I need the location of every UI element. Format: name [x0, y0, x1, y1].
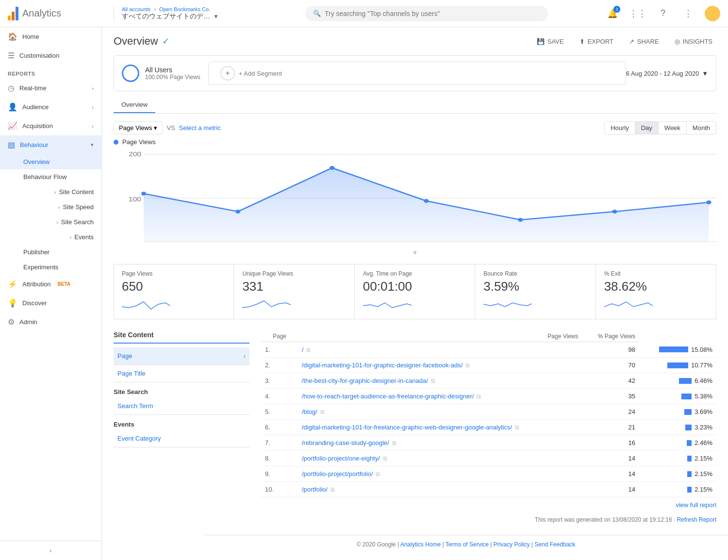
- refresh-report-link[interactable]: Refresh Report: [677, 516, 716, 523]
- row-pct: 2.15%: [639, 466, 716, 482]
- sidebar-item-home[interactable]: 🏠 Home: [0, 27, 101, 46]
- copy-icon[interactable]: ⧉: [515, 424, 519, 431]
- chart-collapse-handle[interactable]: ▼: [412, 249, 418, 256]
- breadcrumb-child[interactable]: Open Bookmarks Co.: [159, 6, 210, 12]
- copy-icon[interactable]: ⧉: [383, 455, 387, 462]
- stat-unique-page-views: Unique Page Views 331: [234, 264, 354, 319]
- date-range-selector[interactable]: 6 Aug 2020 - 12 Aug 2020 ▼: [626, 70, 708, 77]
- row-page[interactable]: /portfolio-project/portfolio/⧉: [298, 466, 582, 482]
- panel-row-event-category[interactable]: Event Category: [114, 430, 249, 447]
- property-dropdown-arrow[interactable]: ▼: [213, 13, 219, 20]
- attribution-icon: ⚡: [8, 280, 17, 289]
- report-footer-text: This report was generated on 13/08/2020 …: [535, 516, 677, 523]
- sidebar-item-admin[interactable]: ⚙ Admin: [0, 313, 101, 331]
- insights-button[interactable]: ◎ INSIGHTS: [671, 36, 716, 47]
- sidebar-item-audience[interactable]: 👤 Audience ›: [0, 98, 101, 116]
- view-full-report-link[interactable]: view full report: [261, 497, 716, 512]
- panel-page-title-label: Page Title: [117, 370, 146, 377]
- footer-analytics-home[interactable]: Analytics Home: [400, 541, 441, 548]
- metric-selector-button[interactable]: Page Views ▾: [114, 121, 163, 134]
- tab-overview[interactable]: Overview: [114, 97, 155, 113]
- copy-icon[interactable]: ⧉: [376, 471, 380, 478]
- row-page[interactable]: /digital-marketing-101-for-freelance-gra…: [298, 420, 582, 435]
- time-day-button[interactable]: Day: [635, 121, 659, 134]
- admin-icon: ⚙: [8, 317, 15, 327]
- sidebar-item-experiments[interactable]: Experiments: [0, 260, 101, 275]
- table-row: 9./portfolio-project/portfolio/⧉142.15%: [261, 466, 716, 482]
- sidebar-item-realtime[interactable]: ◷ Real-time ›: [0, 79, 101, 98]
- export-button[interactable]: ⬆ EXPORT: [576, 36, 617, 47]
- row-views: 24: [582, 404, 639, 420]
- time-month-button[interactable]: Month: [687, 121, 716, 134]
- panel-page-arrow: ›: [244, 353, 246, 360]
- row-page[interactable]: /portfolio/⧉: [298, 482, 582, 497]
- sidebar-item-site-content[interactable]: › Site Content: [0, 184, 101, 199]
- footer-feedback[interactable]: Send Feedback: [534, 541, 575, 548]
- add-segment-button[interactable]: + + Add Segment: [208, 62, 626, 85]
- sidebar-item-behaviour-flow[interactable]: Behaviour Flow: [0, 169, 101, 184]
- sidebar-collapse-button[interactable]: ‹: [0, 541, 101, 560]
- copy-icon[interactable]: ⧉: [431, 378, 435, 384]
- row-page[interactable]: /the-best-city-for-graphic-designer-in-c…: [298, 373, 582, 389]
- share-label: SHARE: [637, 38, 659, 45]
- sidebar-item-site-speed[interactable]: › Site Speed: [0, 199, 101, 214]
- chart-area: 200 100: [114, 149, 716, 256]
- share-button[interactable]: ↗ SHARE: [625, 36, 663, 47]
- search-input[interactable]: [325, 10, 540, 17]
- site-content-expand-icon: ›: [54, 189, 56, 195]
- sidebar-item-behaviour[interactable]: ▤ Behaviour ▾: [0, 135, 101, 154]
- metric-name: Page Views: [119, 124, 152, 132]
- sidebar-item-publisher[interactable]: Publisher: [0, 245, 101, 260]
- footer-terms[interactable]: Terms of Service: [446, 541, 489, 548]
- row-page[interactable]: /⧉: [298, 342, 582, 358]
- row-views: 14: [582, 451, 639, 466]
- avatar[interactable]: [705, 6, 720, 21]
- copy-icon[interactable]: ⧉: [465, 362, 470, 369]
- time-week-button[interactable]: Week: [659, 121, 687, 134]
- sidebar-item-attribution[interactable]: ⚡ Attribution BETA: [0, 275, 101, 294]
- panel-row-page-title[interactable]: Page Title: [114, 365, 249, 382]
- copy-icon[interactable]: ⧉: [477, 393, 481, 400]
- behaviour-icon: ▤: [8, 140, 15, 149]
- save-button[interactable]: 💾 SAVE: [533, 36, 568, 47]
- panel-row-search-term[interactable]: Search Term: [114, 397, 249, 415]
- segment-info: All Users 100.00% Page Views: [145, 66, 200, 81]
- sidebar-item-site-search[interactable]: › Site Search: [0, 214, 101, 230]
- left-panel: Site Content Page › Page Title Site Sear…: [114, 331, 249, 527]
- stat-label-3: Bounce Rate: [483, 270, 587, 277]
- svg-point-6: [141, 192, 146, 196]
- add-segment-circle-icon: +: [220, 66, 235, 81]
- copy-icon[interactable]: ⧉: [331, 486, 335, 493]
- sidebar-item-discover[interactable]: 💡 Discover: [0, 294, 101, 313]
- breadcrumb-parent[interactable]: All accounts: [122, 6, 150, 12]
- footer-privacy[interactable]: Privacy Policy: [494, 541, 530, 548]
- row-views: 70: [582, 358, 639, 373]
- copy-icon[interactable]: ⧉: [306, 346, 311, 353]
- sidebar-item-overview[interactable]: Overview: [0, 154, 101, 169]
- notification-button[interactable]: 🔔 3: [604, 5, 621, 22]
- copy-icon[interactable]: ⧉: [320, 409, 325, 415]
- row-page[interactable]: /rebranding-case-study-google/⧉: [298, 435, 582, 451]
- col-page-views: Page Views: [298, 331, 582, 342]
- row-page[interactable]: /blog/⧉: [298, 404, 582, 420]
- breadcrumb-area: All accounts › Open Bookmarks Co. すべてのウェ…: [114, 6, 249, 21]
- time-hourly-button[interactable]: Hourly: [604, 121, 635, 134]
- behaviour-expand-icon: ▾: [91, 142, 94, 148]
- sidebar-item-customisation[interactable]: ☰ Customisation: [0, 46, 101, 65]
- select-metric-link[interactable]: Select a metric: [179, 124, 221, 132]
- table-row: 6./digital-marketing-101-for-freelance-g…: [261, 420, 716, 435]
- row-page[interactable]: /portfolio-project/one-eighty/⧉: [298, 451, 582, 466]
- row-page[interactable]: /how-to-reach-target-audience-as-freelan…: [298, 389, 582, 404]
- sidebar-item-acquisition[interactable]: 📈 Acquisition ›: [0, 116, 101, 135]
- right-panel: Page Page Views % Page Views 1./⧉9815.08…: [261, 331, 716, 527]
- chart-svg: 200 100: [114, 149, 716, 247]
- more-button[interactable]: ⋮: [679, 5, 697, 22]
- panel-row-page[interactable]: Page ›: [114, 347, 249, 365]
- row-number: 2.: [261, 358, 298, 373]
- sidebar-item-events[interactable]: › Events: [0, 230, 101, 245]
- property-selector[interactable]: すべてのウェブサイトのデ… ▼: [122, 12, 249, 21]
- help-button[interactable]: ?: [654, 5, 672, 22]
- row-page[interactable]: /digital-marketing-101-for-graphic-desig…: [298, 358, 582, 373]
- apps-button[interactable]: ⋮⋮: [629, 5, 646, 22]
- copy-icon[interactable]: ⧉: [392, 440, 397, 446]
